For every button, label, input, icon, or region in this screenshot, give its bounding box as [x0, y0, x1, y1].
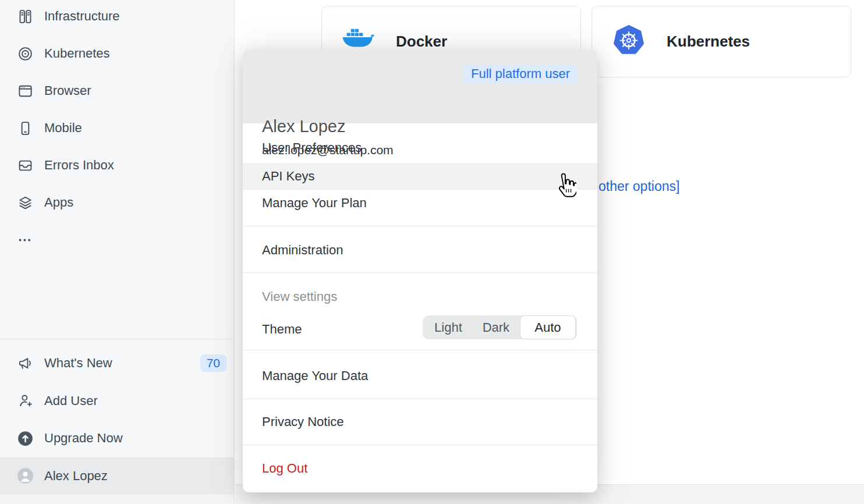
layers-icon [17, 195, 33, 211]
sidebar-item-apps[interactable]: Apps [0, 184, 234, 221]
servers-icon [17, 9, 33, 24]
whats-new-count-badge[interactable]: 70 [200, 354, 226, 372]
menu-divider [243, 399, 597, 399]
menu-item-privacy-notice[interactable]: Privacy Notice [243, 408, 597, 436]
menu-divider [243, 350, 597, 350]
ellipsis-icon [17, 232, 33, 248]
app-screen: Infrastructure Kubernetes Browser Mobile [0, 0, 864, 504]
menu-divider [243, 226, 597, 226]
sidebar-footer-nav: What's New 70 Add User Upgrade Now A [0, 339, 234, 495]
menu-divider [243, 445, 597, 445]
sidebar-item-label: Add User [44, 393, 98, 409]
sidebar-item-more[interactable] [0, 221, 234, 258]
mobile-phone-icon [17, 120, 33, 136]
pointer-hand-cursor [554, 172, 576, 199]
sidebar-item-label: Mobile [44, 120, 82, 136]
sidebar-item-current-user[interactable]: Alex Lopez [0, 457, 234, 495]
sidebar-item-browser[interactable]: Browser [0, 72, 234, 109]
user-menu-popover: Alex Lopez alez.lopez@startup.com Full p… [243, 49, 597, 492]
sidebar-item-upgrade-now[interactable]: Upgrade Now [0, 420, 234, 457]
menu-item-manage-your-data[interactable]: Manage Your Data [243, 362, 597, 390]
upgrade-arrow-icon [17, 431, 33, 446]
sidebar-item-whats-new[interactable]: What's New 70 [0, 345, 234, 382]
platform-card-title: Kubernetes [667, 33, 750, 51]
theme-segmented-control: Light Dark Auto [423, 315, 577, 339]
sidebar-item-add-user[interactable]: Add User [0, 382, 234, 420]
theme-option-dark[interactable]: Dark [472, 317, 520, 338]
sidebar-item-label: Apps [44, 195, 73, 210]
menu-item-user-preferences[interactable]: User Preferences [243, 134, 597, 162]
kubernetes-helm-icon [613, 25, 645, 59]
megaphone-icon [17, 356, 33, 371]
sidebar-item-mobile[interactable]: Mobile [0, 109, 234, 147]
inbox-icon [17, 158, 33, 173]
sidebar-nav: Infrastructure Kubernetes Browser Mobile [0, 0, 234, 258]
menu-item-api-keys[interactable]: API Keys [243, 163, 597, 190]
platform-card-title: Docker [396, 33, 447, 51]
sidebar-item-label: Errors Inbox [44, 158, 114, 173]
theme-option-auto[interactable]: Auto [520, 315, 576, 339]
target-icon [17, 46, 33, 62]
sidebar-item-label: Browser [44, 83, 91, 98]
sidebar-bottom-strip [0, 494, 234, 504]
sidebar: Infrastructure Kubernetes Browser Mobile [0, 0, 235, 504]
sidebar-item-label: Upgrade Now [44, 431, 123, 446]
menu-item-administration[interactable]: Administration [243, 236, 597, 264]
menu-item-manage-your-plan[interactable]: Manage Your Plan [243, 189, 597, 217]
sidebar-item-errors-inbox[interactable]: Errors Inbox [0, 147, 234, 184]
sidebar-item-label: Kubernetes [44, 46, 110, 61]
view-settings-section-label: View settings [243, 283, 597, 311]
menu-divider [243, 272, 597, 273]
other-options-link[interactable]: other options] [599, 179, 679, 194]
platform-card-kubernetes[interactable]: Kubernetes [592, 6, 851, 77]
avatar-icon [17, 468, 33, 484]
role-badge: Full platform user [463, 65, 578, 83]
sidebar-item-kubernetes[interactable]: Kubernetes [0, 35, 234, 72]
user-menu-header: Alex Lopez alez.lopez@startup.com Full p… [243, 49, 597, 123]
sidebar-item-label: Infrastructure [44, 9, 120, 24]
browser-window-icon [17, 83, 33, 99]
sidebar-item-label: Alex Lopez [44, 468, 108, 484]
sidebar-item-infrastructure[interactable]: Infrastructure [0, 0, 234, 35]
theme-option-light[interactable]: Light [424, 317, 472, 338]
add-user-icon [17, 393, 33, 409]
menu-item-log-out[interactable]: Log Out [243, 455, 597, 482]
sidebar-item-label: What's New [44, 356, 112, 371]
